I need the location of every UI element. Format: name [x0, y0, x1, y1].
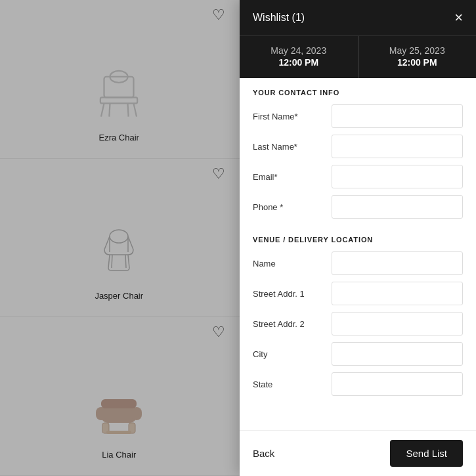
date-start[interactable]: May 24, 2023 12:00 PM — [240, 36, 358, 78]
form-row-venue-name: Name — [253, 251, 463, 275]
label-state: State — [253, 379, 325, 389]
label-city: City — [253, 349, 325, 359]
label-last-name: Last Name* — [253, 142, 325, 152]
label-venue-name: Name — [253, 259, 325, 269]
form-row-city: City — [253, 342, 463, 366]
back-button[interactable]: Back — [253, 443, 274, 464]
input-last-name[interactable] — [332, 135, 463, 158]
wishlist-modal: Wishlist (1) × May 24, 2023 12:00 PM May… — [240, 0, 476, 476]
modal-footer: Back Send List — [240, 430, 476, 476]
input-state[interactable] — [332, 372, 463, 396]
label-phone: Phone * — [253, 202, 325, 212]
label-first-name: First Name* — [253, 112, 325, 121]
form-row-email: Email* — [253, 165, 463, 188]
label-email: Email* — [253, 172, 325, 182]
modal-form-body: YOUR CONTACT INFO First Name* Last Name*… — [240, 78, 476, 430]
venue-section-title: VENUE / DELIVERY LOCATION — [253, 225, 463, 251]
input-first-name[interactable] — [332, 104, 463, 128]
input-venue-name[interactable] — [332, 251, 463, 275]
form-row-street2: Street Addr. 2 — [253, 312, 463, 335]
modal-title: Wishlist (1) — [253, 12, 305, 24]
label-street2: Street Addr. 2 — [253, 319, 325, 329]
input-street2[interactable] — [332, 312, 463, 335]
form-row-last-name: Last Name* — [253, 135, 463, 158]
send-list-button[interactable]: Send List — [390, 440, 463, 467]
input-phone[interactable] — [332, 195, 463, 219]
date-start-label: May 24, 2023 — [250, 45, 347, 56]
label-street1: Street Addr. 1 — [253, 289, 325, 299]
form-row-state: State — [253, 372, 463, 396]
form-row-first-name: First Name* — [253, 104, 463, 128]
date-end[interactable]: May 25, 2023 12:00 PM — [358, 36, 477, 78]
contact-section-title: YOUR CONTACT INFO — [253, 78, 463, 104]
modal-overlay: Wishlist (1) × May 24, 2023 12:00 PM May… — [0, 0, 476, 476]
date-end-label: May 25, 2023 — [369, 45, 466, 56]
date-end-time: 12:00 PM — [369, 57, 466, 68]
date-bar: May 24, 2023 12:00 PM May 25, 2023 12:00… — [240, 35, 476, 78]
input-email[interactable] — [332, 165, 463, 188]
input-street1[interactable] — [332, 282, 463, 305]
form-row-phone: Phone * — [253, 195, 463, 219]
date-start-time: 12:00 PM — [250, 57, 347, 68]
modal-header: Wishlist (1) × — [240, 0, 476, 35]
form-row-street1: Street Addr. 1 — [253, 282, 463, 305]
close-button[interactable]: × — [454, 11, 463, 25]
input-city[interactable] — [332, 342, 463, 366]
